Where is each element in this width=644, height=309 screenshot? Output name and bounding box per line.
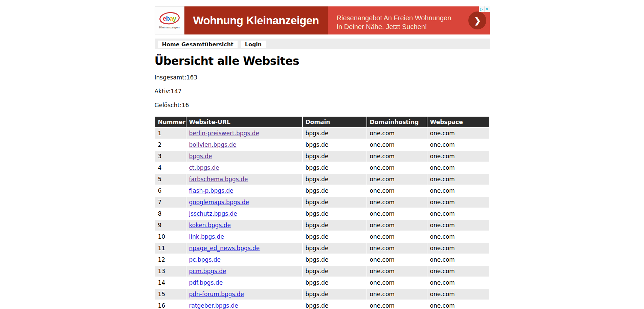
cell-domain: bpgs.de: [303, 243, 367, 254]
cell-website-url: npage_ed_news.bpgs.de: [186, 243, 302, 254]
website-link[interactable]: bolivien.bpgs.de: [189, 141, 237, 148]
website-link[interactable]: berlin-preiswert.bpgs.de: [189, 130, 259, 137]
website-link[interactable]: ct.bpgs.de: [189, 164, 219, 171]
table-row: 10 link.bpgs.de bpgs.de one.com one.com: [155, 231, 489, 242]
table-row: 5 farbschema.bpgs.de bpgs.de one.com one…: [155, 174, 489, 185]
table-row: 6 flash-p.bpgs.de bpgs.de one.com one.co…: [155, 185, 489, 196]
website-link[interactable]: farbschema.bpgs.de: [189, 176, 248, 183]
cell-domainhosting: one.com: [367, 174, 427, 185]
cell-domain: bpgs.de: [303, 174, 367, 185]
table-row: 1 berlin-preiswert.bpgs.de bpgs.de one.c…: [155, 128, 489, 139]
cell-nummer: 1: [155, 128, 186, 139]
website-link[interactable]: flash-p.bpgs.de: [189, 187, 234, 194]
cell-webspace: one.com: [427, 162, 489, 173]
ad-banner[interactable]: ebay Kleinanzeigen Wohnung Kleinanzeigen…: [155, 6, 490, 34]
cell-domain: bpgs.de: [303, 197, 367, 208]
cell-website-url: link.bpgs.de: [186, 231, 302, 242]
cell-domainhosting: one.com: [367, 162, 427, 173]
ad-close-icon[interactable]: ✕: [484, 6, 490, 12]
table-row: 11 npage_ed_news.bpgs.de bpgs.de one.com…: [155, 243, 489, 254]
ad-text-line1: Riesenangebot An Freien Wohnungen: [337, 14, 490, 22]
stat-insgesamt: Insgesamt:163: [155, 74, 490, 81]
chevron-right-icon: ❯: [474, 17, 481, 25]
cell-domainhosting: one.com: [367, 151, 427, 162]
cell-website-url: bpgs.de: [186, 151, 302, 162]
ad-title: Wohnung Kleinanzeigen: [193, 14, 319, 27]
cell-webspace: one.com: [427, 300, 489, 309]
website-link[interactable]: pcm.bpgs.de: [189, 268, 226, 275]
cell-nummer: 16: [155, 300, 186, 309]
cell-webspace: one.com: [427, 289, 489, 300]
cell-nummer: 10: [155, 231, 186, 242]
cell-domainhosting: one.com: [367, 220, 427, 231]
cell-domainhosting: one.com: [367, 197, 427, 208]
website-link[interactable]: googlemaps.bpgs.de: [189, 199, 249, 206]
website-link[interactable]: npage_ed_news.bpgs.de: [189, 245, 260, 252]
cell-domain: bpgs.de: [303, 277, 367, 288]
stat-aktiv: Aktiv:147: [155, 88, 490, 95]
col-header-domain: Domain: [303, 117, 367, 127]
cell-domain: bpgs.de: [303, 208, 367, 219]
cell-nummer: 8: [155, 208, 186, 219]
website-link[interactable]: bpgs.de: [189, 153, 212, 160]
website-link[interactable]: pdf.bpgs.de: [189, 279, 223, 286]
website-link[interactable]: pdn-forum.bpgs.de: [189, 291, 244, 298]
website-link[interactable]: jsschutz.bpgs.de: [189, 210, 237, 217]
ad-text-section[interactable]: Riesenangebot An Freien Wohnungen In Dei…: [328, 6, 490, 34]
websites-table-body: 1 berlin-preiswert.bpgs.de bpgs.de one.c…: [155, 128, 489, 309]
website-link[interactable]: pc.bpgs.de: [189, 256, 221, 263]
cell-domainhosting: one.com: [367, 139, 427, 150]
table-row: 7 googlemaps.bpgs.de bpgs.de one.com one…: [155, 197, 489, 208]
table-header-row: Nummer Website-URL Domain Domainhosting …: [155, 117, 489, 127]
cell-nummer: 12: [155, 254, 186, 265]
cell-domain: bpgs.de: [303, 220, 367, 231]
cell-webspace: one.com: [427, 185, 489, 196]
cell-nummer: 6: [155, 185, 186, 196]
cell-website-url: ct.bpgs.de: [186, 162, 302, 173]
cell-webspace: one.com: [427, 208, 489, 219]
cell-nummer: 14: [155, 277, 186, 288]
cell-website-url: pc.bpgs.de: [186, 254, 302, 265]
table-row: 12 pc.bpgs.de bpgs.de one.com one.com: [155, 254, 489, 265]
ebay-logo: ebay: [159, 12, 180, 25]
cell-website-url: farbschema.bpgs.de: [186, 174, 302, 185]
cell-domain: bpgs.de: [303, 139, 367, 150]
cell-domainhosting: one.com: [367, 266, 427, 277]
cell-website-url: pcm.bpgs.de: [186, 266, 302, 277]
cell-domain: bpgs.de: [303, 266, 367, 277]
cell-domain: bpgs.de: [303, 300, 367, 309]
nav-item-login[interactable]: Login: [241, 41, 266, 48]
stat-geloescht: Gelöscht:16: [155, 101, 490, 109]
cell-domainhosting: one.com: [367, 185, 427, 196]
cell-webspace: one.com: [427, 254, 489, 265]
cell-domain: bpgs.de: [303, 128, 367, 139]
website-link[interactable]: link.bpgs.de: [189, 233, 224, 240]
cell-domainhosting: one.com: [367, 243, 427, 254]
ad-title-section[interactable]: Wohnung Kleinanzeigen: [184, 6, 328, 34]
ad-logo-box[interactable]: ebay Kleinanzeigen: [155, 6, 184, 34]
cell-website-url: koken.bpgs.de: [186, 220, 302, 231]
col-header-website-url: Website-URL: [186, 117, 302, 127]
cell-domain: bpgs.de: [303, 151, 367, 162]
cell-domainhosting: one.com: [367, 231, 427, 242]
cell-webspace: one.com: [427, 231, 489, 242]
cell-domain: bpgs.de: [303, 289, 367, 300]
cell-nummer: 11: [155, 243, 186, 254]
nav-item-home-gesamtuebersicht[interactable]: Home Gesamtübersicht: [158, 41, 238, 48]
table-row: 9 koken.bpgs.de bpgs.de one.com one.com: [155, 220, 489, 231]
table-row: 2 bolivien.bpgs.de bpgs.de one.com one.c…: [155, 139, 489, 150]
cell-website-url: jsschutz.bpgs.de: [186, 208, 302, 219]
cell-website-url: pdn-forum.bpgs.de: [186, 289, 302, 300]
ebay-kleinanzeigen-label: Kleinanzeigen: [159, 26, 180, 29]
cell-domainhosting: one.com: [367, 300, 427, 309]
adchoices-icon[interactable]: ▷: [479, 6, 484, 12]
ad-arrow-button[interactable]: ❯: [468, 11, 486, 29]
table-row: 13 pcm.bpgs.de bpgs.de one.com one.com: [155, 266, 489, 277]
cell-domain: bpgs.de: [303, 231, 367, 242]
website-link[interactable]: ratgeber.bpgs.de: [189, 302, 238, 309]
website-link[interactable]: koken.bpgs.de: [189, 222, 231, 229]
cell-domain: bpgs.de: [303, 185, 367, 196]
table-row: 4 ct.bpgs.de bpgs.de one.com one.com: [155, 162, 489, 173]
cell-webspace: one.com: [427, 220, 489, 231]
cell-domainhosting: one.com: [367, 254, 427, 265]
